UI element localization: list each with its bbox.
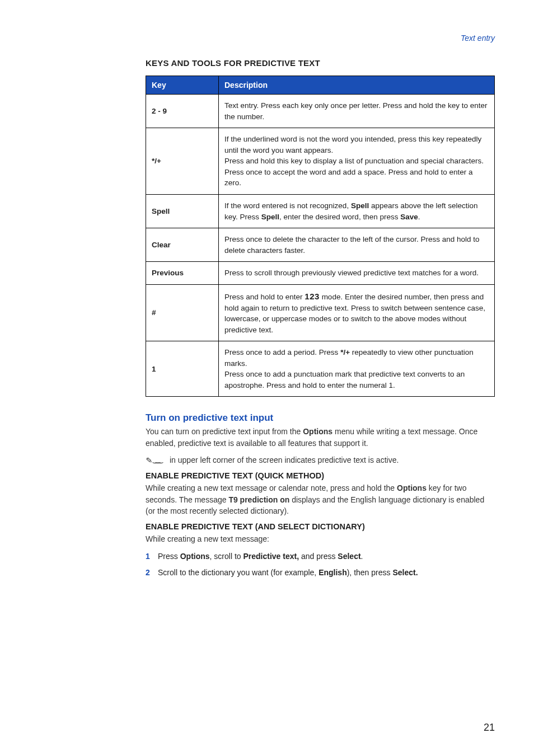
table-row: Previous Press to scroll through previou…: [146, 262, 495, 285]
paragraph: You can turn on predictive text input fr…: [146, 426, 495, 449]
emphasis: T9 prediction on: [228, 495, 289, 504]
desc-line: Press once to add a punctuation mark tha…: [224, 369, 489, 391]
desc-cell: Press once to add a period. Press */+ re…: [219, 341, 495, 397]
text: .: [361, 552, 363, 561]
emphasis: Select.: [392, 568, 418, 577]
mode-123-icon: 123: [305, 292, 320, 301]
desc-text: If the word entered is not recognized,: [224, 201, 351, 210]
predictive-text-icon: ✎ ‿‿‿: [146, 454, 164, 466]
text: Press: [158, 552, 180, 561]
key-cell: 2 - 9: [146, 95, 219, 128]
text: Scroll to the dictionary you want (for e…: [158, 568, 318, 577]
desc-text: Press and hold to enter: [224, 293, 305, 301]
emphasis: */+: [340, 348, 350, 356]
steps-list: Press Options, scroll to Predictive text…: [146, 551, 495, 579]
desc-line: Press and hold this key to display a lis…: [224, 156, 489, 167]
key-cell: 1: [146, 341, 219, 397]
paragraph: While creating a new text message or cal…: [146, 482, 495, 516]
text: and press: [299, 552, 338, 561]
text: While creating a new text message or cal…: [146, 483, 397, 492]
desc-line: Press once to add a period. Press */+ re…: [224, 347, 489, 369]
text: ), then press: [347, 568, 393, 577]
emphasis: Spell: [261, 213, 279, 221]
desc-cell: Press once to delete the character to th…: [219, 228, 495, 262]
pencil-icon: ✎: [146, 456, 153, 464]
wave-icon: ‿‿‿: [153, 457, 161, 463]
emphasis: Select: [338, 552, 360, 561]
section-heading: KEYS AND TOOLS FOR PREDICTIVE TEXT: [146, 58, 495, 68]
emphasis: Options: [303, 427, 332, 436]
desc-line: Press once to accept the word and add a …: [224, 167, 489, 189]
key-cell: */+: [146, 128, 219, 195]
emphasis: Options: [397, 483, 427, 492]
icon-caption-row: ✎ ‿‿‿ in upper left corner of the screen…: [146, 454, 495, 466]
desc-cell: Press to scroll through previously viewe…: [219, 262, 495, 285]
breadcrumb: Text entry: [146, 34, 495, 43]
desc-cell: If the word entered is not recognized, S…: [219, 194, 495, 228]
paragraph: While creating a new text message:: [146, 533, 495, 544]
key-cell: Clear: [146, 228, 219, 262]
keys-table: Key Description 2 - 9 Text entry. Press …: [146, 76, 495, 397]
key-cell: #: [146, 284, 219, 341]
desc-text: Press once to add a period. Press: [224, 348, 340, 356]
key-cell: Spell: [146, 194, 219, 228]
table-row: 1 Press once to add a period. Press */+ …: [146, 341, 495, 397]
page-number: 21: [484, 722, 495, 734]
table-row: 2 - 9 Text entry. Press each key only on…: [146, 95, 495, 128]
th-desc: Description: [219, 76, 495, 95]
subheading-dict: ENABLE PREDICTIVE TEXT (AND SELECT DICTI…: [146, 522, 495, 531]
desc-text: .: [418, 213, 420, 221]
table-row: Clear Press once to delete the character…: [146, 228, 495, 262]
text: You can turn on predictive text input fr…: [146, 427, 303, 436]
key-cell: Previous: [146, 262, 219, 285]
desc-cell: Text entry. Press each key only once per…: [219, 95, 495, 128]
list-item: Press Options, scroll to Predictive text…: [146, 551, 495, 562]
desc-text: , enter the desired word, then press: [279, 213, 400, 221]
emphasis: Predictive text,: [243, 552, 299, 561]
emphasis: Save: [400, 213, 418, 221]
subheading-quick: ENABLE PREDICTIVE TEXT (QUICK METHOD): [146, 471, 495, 480]
desc-line: If the underlined word is not the word y…: [224, 134, 489, 156]
desc-cell: If the underlined word is not the word y…: [219, 128, 495, 195]
emphasis: English: [318, 568, 347, 577]
table-row: Spell If the word entered is not recogni…: [146, 194, 495, 228]
icon-caption: in upper left corner of the screen indic…: [170, 454, 399, 466]
emphasis: Options: [180, 552, 210, 561]
emphasis: Spell: [351, 201, 369, 210]
th-key: Key: [146, 76, 219, 95]
table-row: # Press and hold to enter 123 mode. Ente…: [146, 284, 495, 341]
list-item: Scroll to the dictionary you want (for e…: [146, 567, 495, 579]
text: , scroll to: [210, 552, 243, 561]
heading-turn-on: Turn on predictive text input: [146, 412, 495, 424]
table-row: */+ If the underlined word is not the wo…: [146, 128, 495, 195]
desc-cell: Press and hold to enter 123 mode. Enter …: [219, 284, 495, 341]
